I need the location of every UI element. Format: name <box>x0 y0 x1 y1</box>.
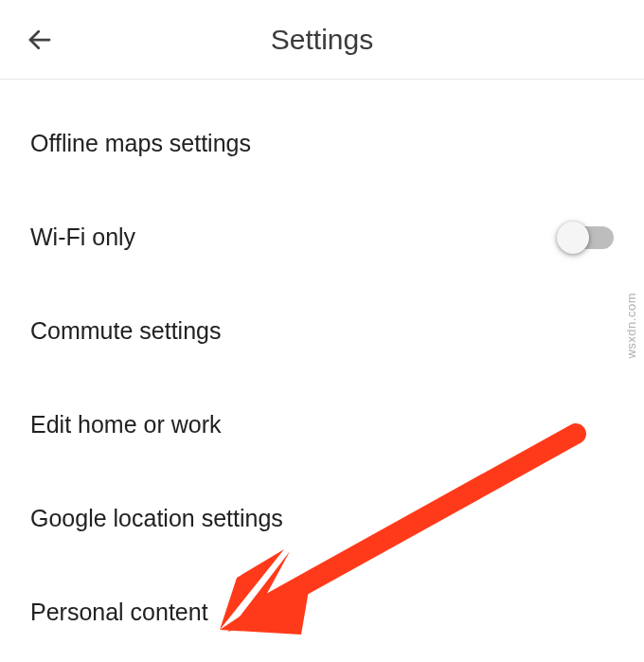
watermark-text: wsxdn.com <box>624 293 638 359</box>
settings-item-label: Personal content <box>30 599 208 626</box>
settings-list: Offline maps settings Wi-Fi only Commute… <box>0 80 644 659</box>
settings-item-wifi-only[interactable]: Wi-Fi only <box>0 190 644 284</box>
settings-item-google-location[interactable]: Google location settings <box>0 472 644 565</box>
settings-item-personal-content[interactable]: Personal content <box>0 565 644 659</box>
back-arrow-icon <box>26 26 54 54</box>
settings-item-label: Offline maps settings <box>30 130 251 157</box>
header-bar: Settings <box>0 0 644 80</box>
page-title: Settings <box>271 24 373 56</box>
settings-item-commute[interactable]: Commute settings <box>0 284 644 378</box>
settings-item-label: Google location settings <box>30 505 283 532</box>
back-button[interactable] <box>19 19 61 61</box>
settings-item-edit-home-work[interactable]: Edit home or work <box>0 378 644 472</box>
settings-item-label: Edit home or work <box>30 411 221 438</box>
settings-item-offline-maps[interactable]: Offline maps settings <box>0 97 644 190</box>
toggle-knob <box>557 222 589 254</box>
settings-item-label: Commute settings <box>30 317 221 345</box>
settings-item-label: Wi-Fi only <box>30 224 135 251</box>
wifi-only-toggle[interactable] <box>561 226 614 249</box>
